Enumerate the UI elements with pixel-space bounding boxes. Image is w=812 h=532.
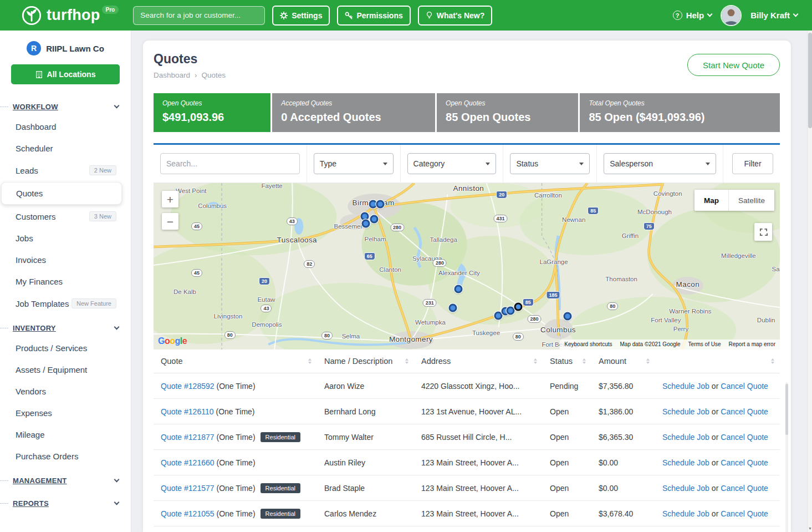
sidebar-item-quotes[interactable]: Quotes [1, 182, 122, 205]
salesperson-select[interactable]: Salesperson [604, 153, 716, 174]
sidebar-item-customers[interactable]: Customers3 New [0, 205, 131, 227]
user-menu[interactable]: Billy Kraft [750, 11, 798, 20]
permissions-button[interactable]: Permissions [337, 6, 410, 26]
sidebar-item-products-services[interactable]: Products / Services [0, 337, 131, 359]
sidebar-item-scheduler[interactable]: Scheduler [0, 138, 131, 159]
map-zoom-out-button[interactable]: − [162, 213, 178, 230]
actions-conjunction: or [712, 407, 718, 416]
map-marker[interactable] [494, 312, 502, 320]
whats-new-label: What's New? [437, 11, 485, 20]
sidebar-item-label: Job Templates [16, 299, 69, 308]
status-select[interactable]: Status [510, 153, 590, 174]
sidebar-item-badge: New Feature [72, 298, 116, 308]
cancel-quote-link[interactable]: Cancel Quote [721, 407, 768, 416]
type-select[interactable]: Type [314, 153, 394, 174]
map[interactable]: West PointFayetteColumbusTuscaloosaBirmi… [154, 183, 780, 349]
schedule-job-link[interactable]: Schedule Job [662, 509, 709, 518]
sidebar-item-purchase-orders[interactable]: Purchase Orders [0, 445, 131, 467]
all-locations-button[interactable]: All Locations [11, 64, 120, 84]
cancel-quote-link[interactable]: Cancel Quote [721, 484, 768, 493]
quote-link[interactable]: Quote #121055 [161, 509, 215, 518]
sidebar-section-management[interactable]: MANAGEMENT [0, 472, 131, 490]
category-select[interactable]: Category [407, 153, 497, 174]
help-menu[interactable]: ? Help [673, 11, 712, 20]
col-header-status[interactable]: Status [543, 349, 591, 373]
sidebar-item-job-templates[interactable]: Job TemplatesNew Feature [0, 292, 131, 315]
cancel-quote-link[interactable]: Cancel Quote [721, 382, 768, 391]
settings-button[interactable]: Settings [272, 6, 330, 26]
map-type-satellite-button[interactable]: Satellite [728, 190, 774, 211]
page-scrollbar-thumb[interactable] [808, 33, 812, 128]
quotes-search-input[interactable] [160, 153, 300, 174]
stat-open-quotes-count[interactable]: Open Quotes 85 Open Quotes [437, 93, 578, 132]
col-header-actions[interactable] [655, 349, 780, 373]
address: 123 Main Street, Hoover A... [421, 484, 519, 493]
sidebar-item-leads[interactable]: Leads2 New [0, 159, 131, 181]
schedule-job-link[interactable]: Schedule Job [662, 433, 709, 442]
sidebar-item-mileage[interactable]: Mileage [0, 424, 131, 445]
quote-link[interactable]: Quote #121660 [161, 458, 215, 467]
filter-button[interactable]: Filter [732, 153, 773, 174]
sidebar-item-invoices[interactable]: Invoices [0, 249, 131, 271]
company-selector[interactable]: R RIIPL Lawn Co [0, 31, 131, 58]
google-logo[interactable]: Google [158, 336, 187, 346]
table-scrollbar[interactable] [785, 382, 788, 532]
quote-link[interactable]: Quote #121577 [161, 484, 215, 493]
sidebar-item-dashboard[interactable]: Dashboard [0, 116, 131, 138]
cancel-quote-link[interactable]: Cancel Quote [721, 509, 768, 518]
scroll-down-arrow-icon[interactable]: ▼ [808, 525, 812, 532]
sidebar-item-assets-equipment[interactable]: Assets / Equipment [0, 359, 131, 381]
map-marker[interactable] [370, 215, 378, 224]
sort-icon [583, 358, 586, 364]
cancel-quote-link[interactable]: Cancel Quote [721, 458, 768, 467]
map-zoom-in-button[interactable]: + [162, 191, 178, 207]
map-marker[interactable] [507, 307, 515, 315]
schedule-job-link[interactable]: Schedule Job [662, 484, 709, 493]
quote-link[interactable]: Quote #121877 [161, 433, 215, 442]
global-search-input[interactable] [133, 6, 265, 25]
col-header-quote[interactable]: Quote [154, 349, 317, 373]
quote-link[interactable]: Quote #128592 [161, 382, 215, 391]
map-marker[interactable] [449, 304, 457, 312]
user-avatar[interactable] [721, 5, 742, 26]
sidebar-section-workflow[interactable]: WORKFLOW [0, 98, 131, 116]
stat-total-open[interactable]: Total Open Quotes 85 Open ($491,093.96) [580, 93, 780, 132]
quote-link[interactable]: Quote #126110 [161, 407, 214, 416]
map-fullscreen-button[interactable] [754, 223, 772, 241]
report-map-error-link[interactable]: Report a map error [729, 341, 775, 347]
sidebar-item-vendors[interactable]: Vendors [0, 381, 131, 402]
map-marker[interactable] [362, 219, 370, 227]
status-value: Open [550, 433, 569, 442]
table-scrollbar-thumb[interactable] [785, 384, 788, 435]
sidebar-item-my-finances[interactable]: My Finances [0, 271, 131, 292]
page-scrollbar[interactable]: ▼ [807, 31, 812, 532]
sidebar-item-label: Purchase Orders [16, 452, 78, 461]
cancel-quote-link[interactable]: Cancel Quote [721, 433, 768, 442]
keyboard-shortcuts-link[interactable]: Keyboard shortcuts [564, 341, 612, 347]
map-type-map-button[interactable]: Map [694, 190, 728, 211]
terms-of-use-link[interactable]: Terms of Use [688, 341, 721, 347]
address: 123 1st Avenue, Hoover AL... [421, 407, 522, 416]
breadcrumb-dashboard[interactable]: Dashboard [154, 71, 190, 79]
stat-accepted-quotes[interactable]: Accepted Quotes 0 Accepted Quotes [272, 93, 435, 132]
whats-new-button[interactable]: What's New? [418, 6, 493, 26]
map-marker[interactable] [376, 200, 385, 209]
start-new-quote-button[interactable]: Start New Quote [687, 54, 780, 76]
brand-logo[interactable]: turfhop Pro [21, 5, 119, 26]
table-row: Quote #121660(One Time)Austin Riley123 M… [154, 450, 780, 475]
sidebar-section-inventory[interactable]: INVENTORY [0, 319, 131, 337]
map-marker[interactable] [514, 302, 522, 311]
schedule-job-link[interactable]: Schedule Job [662, 458, 709, 467]
sidebar-section-reports[interactable]: REPORTS [0, 494, 131, 513]
col-header-address[interactable]: Address [414, 349, 543, 373]
map-marker[interactable] [563, 312, 571, 321]
stat-open-quotes-amount[interactable]: Open Quotes $491,093.96 [154, 93, 270, 132]
col-header-amount[interactable]: Amount [591, 349, 655, 373]
status-value: Open [550, 509, 569, 518]
sidebar-item-jobs[interactable]: Jobs [0, 227, 131, 249]
schedule-job-link[interactable]: Schedule Job [662, 382, 709, 391]
schedule-job-link[interactable]: Schedule Job [662, 407, 709, 416]
col-header-name-description[interactable]: Name / Description [317, 349, 414, 373]
sidebar-item-expenses[interactable]: Expenses [0, 402, 131, 424]
map-marker[interactable] [454, 285, 463, 293]
